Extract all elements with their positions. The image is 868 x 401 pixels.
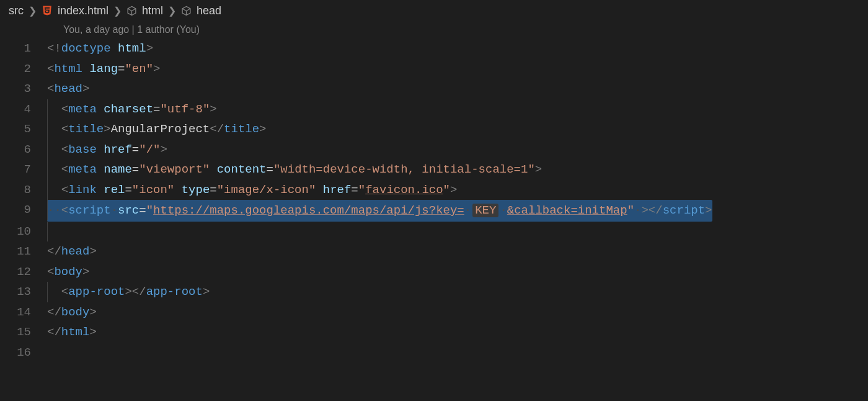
breadcrumb-item-head[interactable]: head: [197, 4, 221, 17]
indent-guide: [47, 222, 48, 242]
breadcrumb-item-file[interactable]: index.html: [58, 4, 108, 17]
indent-guide: [47, 282, 48, 302]
line-number: 5: [0, 119, 47, 140]
line-number: 8: [0, 180, 47, 200]
chevron-right-icon: ❯: [29, 5, 37, 17]
line-number: 14: [0, 302, 47, 323]
html-file-icon: [42, 5, 53, 16]
api-key-placeholder: KEY: [472, 204, 498, 217]
code-line[interactable]: 7 <meta name="viewport" content="width=d…: [0, 160, 868, 180]
code-line[interactable]: 10: [0, 222, 868, 242]
code-line[interactable]: 5 <title>AngularProject</title>: [0, 119, 868, 140]
line-number: 6: [0, 140, 47, 160]
line-number: 13: [0, 282, 47, 302]
line-number: 10: [0, 222, 47, 242]
breadcrumb-item-src[interactable]: src: [9, 4, 24, 17]
line-number: 15: [0, 322, 47, 343]
line-number: 11: [0, 241, 47, 262]
code-line[interactable]: 13 <app-root></app-root>: [0, 282, 868, 302]
code-line[interactable]: 14 </body>: [0, 302, 868, 323]
indent-guide: [47, 180, 48, 200]
line-number: 1: [0, 38, 47, 59]
code-line-selected[interactable]: 9 ··<script·src="https://maps.googleapis…: [0, 200, 868, 222]
symbol-icon: [181, 6, 192, 16]
symbol-icon: [126, 6, 137, 16]
line-number: 9: [0, 200, 47, 222]
line-number: 7: [0, 160, 47, 180]
line-number: 4: [0, 99, 47, 120]
line-number: 3: [0, 79, 47, 99]
selection: ··<script·src="https://maps.googleapis.c…: [47, 200, 712, 222]
code-line[interactable]: 4 <meta charset="utf-8">: [0, 99, 868, 120]
line-number: 2: [0, 59, 47, 79]
code-editor[interactable]: 1 <!doctype html> 2 <html lang="en"> 3 <…: [0, 38, 868, 363]
breadcrumb-item-html[interactable]: html: [142, 4, 163, 17]
indent-guide: [47, 200, 48, 220]
code-line[interactable]: 3 <head>: [0, 79, 868, 99]
breadcrumb: src ❯ index.html ❯ html ❯ head: [0, 0, 868, 21]
indent-guide: [47, 119, 48, 140]
code-line[interactable]: 12 <body>: [0, 262, 868, 282]
code-line[interactable]: 16: [0, 343, 868, 363]
code-line[interactable]: 8 <link rel="icon" type="image/x-icon" h…: [0, 180, 868, 200]
indent-guide: [47, 160, 48, 180]
chevron-right-icon: ❯: [168, 5, 176, 17]
code-line[interactable]: 11 </head>: [0, 241, 868, 262]
indent-guide: [47, 99, 48, 120]
chevron-right-icon: ❯: [113, 5, 122, 17]
line-number: 16: [0, 343, 47, 363]
codelens-authors[interactable]: You, a day ago | 1 author (You): [0, 21, 868, 38]
code-line[interactable]: 15 </html>: [0, 322, 868, 343]
line-number: 12: [0, 262, 47, 282]
code-line[interactable]: 2 <html lang="en">: [0, 59, 868, 79]
indent-guide: [47, 140, 48, 160]
code-line[interactable]: 1 <!doctype html>: [0, 38, 868, 59]
code-line[interactable]: 6 <base href="/">: [0, 140, 868, 160]
